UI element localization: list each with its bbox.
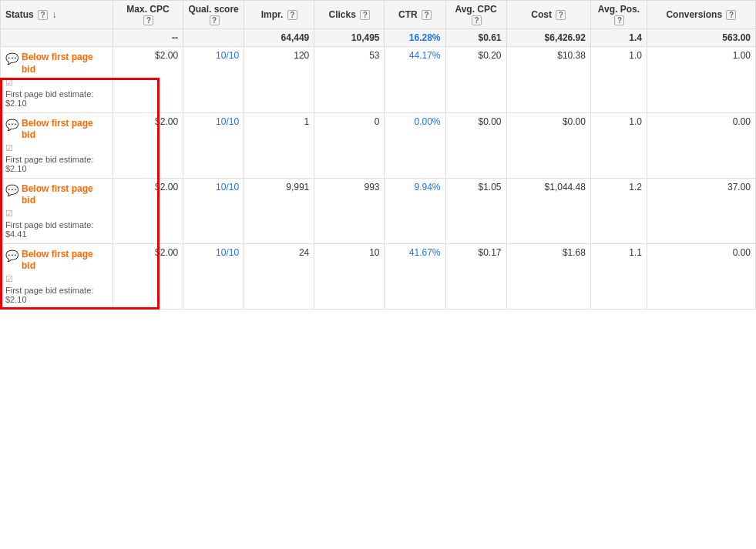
table-row: 💬 Below first page bid ☑ First page bid … bbox=[1, 112, 756, 178]
conversions-3: 0.00 bbox=[647, 243, 755, 309]
sort-icon-status[interactable]: ↓ bbox=[52, 9, 56, 20]
qual-score-1: 10/10 bbox=[183, 112, 244, 178]
conversions-1: 0.00 bbox=[647, 112, 755, 178]
status-estimate-2: First page bid estimate:$4.41 bbox=[5, 220, 108, 239]
status-estimate-3: First page bid estimate:$2.10 bbox=[5, 286, 108, 304]
summary-avg-pos: 1.4 bbox=[590, 29, 647, 47]
max-cpc-0: $2.00 bbox=[113, 47, 183, 112]
col-header-ctr: CTR ? bbox=[385, 1, 445, 29]
qual-score-2: 10/10 bbox=[183, 178, 244, 243]
impr-0: 120 bbox=[244, 47, 314, 112]
cost-3: $1.68 bbox=[506, 243, 590, 309]
avg-pos-1: 1.0 bbox=[590, 112, 647, 178]
avg-pos-3: 1.1 bbox=[590, 243, 647, 309]
summary-avg-cpc: $0.61 bbox=[445, 29, 506, 47]
qual-score-3: 10/10 bbox=[183, 243, 244, 309]
help-icon-impr[interactable]: ? bbox=[287, 10, 297, 20]
ctr-3: 41.67% bbox=[385, 243, 445, 309]
impr-1: 1 bbox=[244, 112, 314, 178]
ctr-0: 44.17% bbox=[385, 47, 445, 112]
summary-conversions: 563.00 bbox=[647, 29, 755, 47]
clicks-2: 993 bbox=[314, 178, 385, 243]
col-label-cost: Cost bbox=[531, 9, 552, 20]
summary-qual-score bbox=[183, 29, 244, 47]
status-cell-0: 💬 Below first page bid ☑ First page bid … bbox=[1, 47, 113, 112]
table-row: 💬 Below first page bid ☑ First page bid … bbox=[1, 243, 756, 309]
col-label-clicks: Clicks bbox=[329, 9, 356, 20]
col-label-conversions: Conversions bbox=[666, 9, 722, 20]
help-icon-cost[interactable]: ? bbox=[556, 10, 566, 20]
qual-score-0: 10/10 bbox=[183, 47, 244, 112]
clicks-0: 53 bbox=[314, 47, 385, 112]
comment-icon-1: 💬 bbox=[5, 119, 18, 131]
col-header-status: Status ? ↓ bbox=[1, 1, 113, 29]
col-label-avg-pos: Avg. Pos. bbox=[598, 4, 640, 15]
status-estimate-0: First page bid estimate:$2.10 bbox=[5, 89, 108, 108]
avg-cpc-1: $0.00 bbox=[445, 112, 506, 178]
help-icon-avg-pos[interactable]: ? bbox=[614, 15, 624, 25]
table-wrapper: Status ? ↓ Max. CPC ? Qual. score ? Impr… bbox=[0, 0, 756, 310]
clicks-3: 10 bbox=[314, 243, 385, 309]
help-icon-avg-cpc[interactable]: ? bbox=[472, 15, 482, 25]
checkbox-icon-1[interactable]: ☑ bbox=[5, 143, 108, 153]
status-cell-2: 💬 Below first page bid ☑ First page bid … bbox=[1, 178, 113, 243]
avg-pos-2: 1.2 bbox=[590, 178, 647, 243]
status-text-3: Below first page bid bbox=[22, 249, 108, 273]
table-row: 💬 Below first page bid ☑ First page bid … bbox=[1, 47, 756, 112]
checkbox-icon-3[interactable]: ☑ bbox=[5, 274, 108, 284]
avg-cpc-2: $1.05 bbox=[445, 178, 506, 243]
column-header-row: Status ? ↓ Max. CPC ? Qual. score ? Impr… bbox=[1, 1, 756, 29]
cost-0: $10.38 bbox=[506, 47, 590, 112]
col-label-avg-cpc: Avg. CPC bbox=[455, 4, 496, 15]
status-text-1: Below first page bid bbox=[22, 118, 108, 142]
help-icon-conversions[interactable]: ? bbox=[726, 10, 736, 20]
summary-ctr: 16.28% bbox=[385, 29, 445, 47]
checkbox-icon-0[interactable]: ☑ bbox=[5, 78, 108, 88]
impr-2: 9,991 bbox=[244, 178, 314, 243]
summary-row: -- 64,449 10,495 16.28% $0.61 $6,426.92 … bbox=[1, 29, 756, 47]
status-text-0: Below first page bid bbox=[22, 52, 108, 75]
comment-icon-2: 💬 bbox=[5, 184, 18, 196]
avg-cpc-0: $0.20 bbox=[445, 47, 506, 112]
col-header-cost: Cost ? bbox=[506, 1, 590, 29]
table-row: 💬 Below first page bid ☑ First page bid … bbox=[1, 178, 756, 243]
status-cell-3: 💬 Below first page bid ☑ First page bid … bbox=[1, 243, 113, 309]
col-header-clicks: Clicks ? bbox=[314, 1, 385, 29]
help-icon-clicks[interactable]: ? bbox=[360, 10, 370, 20]
conversions-0: 1.00 bbox=[647, 47, 755, 112]
status-estimate-1: First page bid estimate:$2.10 bbox=[5, 155, 108, 173]
col-label-qual-score: Qual. score bbox=[188, 4, 238, 15]
max-cpc-1: $2.00 bbox=[113, 112, 183, 178]
max-cpc-2: $2.00 bbox=[113, 178, 183, 243]
col-label-impr: Impr. bbox=[261, 9, 284, 20]
status-cell-1: 💬 Below first page bid ☑ First page bid … bbox=[1, 112, 113, 178]
col-header-conversions: Conversions ? bbox=[647, 1, 755, 29]
cost-2: $1,044.48 bbox=[506, 178, 590, 243]
col-header-avg-cpc: Avg. CPC ? bbox=[445, 1, 506, 29]
help-icon-qual-score[interactable]: ? bbox=[210, 15, 220, 25]
summary-impr: 64,449 bbox=[244, 29, 314, 47]
help-icon-max-cpc[interactable]: ? bbox=[143, 15, 153, 25]
comment-icon-3: 💬 bbox=[5, 249, 18, 262]
help-icon-ctr[interactable]: ? bbox=[422, 10, 432, 20]
ctr-2: 9.94% bbox=[385, 178, 445, 243]
cost-1: $0.00 bbox=[506, 112, 590, 178]
col-label-ctr: CTR bbox=[398, 9, 418, 20]
summary-max-cpc: -- bbox=[113, 29, 183, 47]
comment-icon-0: 💬 bbox=[5, 52, 18, 65]
checkbox-icon-2[interactable]: ☑ bbox=[5, 209, 108, 219]
max-cpc-3: $2.00 bbox=[113, 243, 183, 309]
clicks-1: 0 bbox=[314, 112, 385, 178]
col-label-status: Status bbox=[5, 9, 34, 20]
col-header-impr: Impr. ? bbox=[244, 1, 314, 29]
col-header-max-cpc: Max. CPC ? bbox=[113, 1, 183, 29]
help-icon-status[interactable]: ? bbox=[38, 10, 48, 20]
ctr-1: 0.00% bbox=[385, 112, 445, 178]
impr-3: 24 bbox=[244, 243, 314, 309]
data-table: Status ? ↓ Max. CPC ? Qual. score ? Impr… bbox=[0, 0, 756, 310]
conversions-2: 37.00 bbox=[647, 178, 755, 243]
summary-status-cell bbox=[1, 29, 113, 47]
status-text-2: Below first page bid bbox=[22, 183, 108, 207]
col-label-max-cpc: Max. CPC bbox=[126, 4, 169, 15]
col-header-avg-pos: Avg. Pos. ? bbox=[590, 1, 647, 29]
